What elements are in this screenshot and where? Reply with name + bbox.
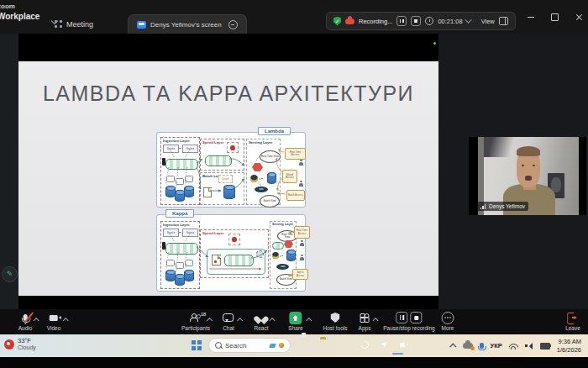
pause-stop-recording-button[interactable]: Pause/stop recording <box>383 312 434 331</box>
pause-recording-button[interactable] <box>396 16 407 26</box>
kafka-cylinder <box>165 159 198 170</box>
oval-db-icon <box>276 264 289 270</box>
host-tools-shield-icon <box>331 313 340 323</box>
battery-icon[interactable] <box>540 343 550 350</box>
more-icon <box>442 312 454 324</box>
database-icon <box>267 172 276 184</box>
participant-name-tag: Denys Yefimov <box>477 202 528 211</box>
react-button[interactable]: React <box>255 312 269 331</box>
queue-icon <box>176 262 184 269</box>
user-icon <box>299 160 303 166</box>
circle-db-icon <box>250 175 258 182</box>
taskbar-search[interactable]: Search <box>208 338 291 353</box>
share-button[interactable]: Share <box>288 312 302 331</box>
apps-button[interactable]: Apps <box>359 312 371 331</box>
camera-icon <box>50 315 58 321</box>
source-node: Source <box>163 229 179 237</box>
maximize-button[interactable] <box>551 13 559 21</box>
participant-name: Denys Yefimov <box>489 203 525 209</box>
clock-icon <box>425 17 433 25</box>
user-icon <box>300 255 304 260</box>
tray-mic-icon[interactable] <box>480 343 484 349</box>
weather-widget[interactable]: 33°F Cloudy <box>4 337 36 352</box>
chat-icon <box>223 313 234 322</box>
person-face <box>517 148 541 187</box>
speaker-icon[interactable] <box>525 343 533 350</box>
host-tools-button[interactable]: Host tools <box>323 312 348 331</box>
view-icon[interactable] <box>499 17 508 25</box>
queue-icon <box>185 260 193 266</box>
tray-chevron-icon[interactable] <box>449 343 456 350</box>
leave-icon <box>568 313 579 323</box>
audio-button[interactable]: Audio <box>18 312 33 331</box>
lambda-speed-layer: Speed Layer <box>200 139 244 171</box>
database-icon <box>223 185 235 199</box>
database-icon <box>184 270 194 281</box>
stop-recording-button[interactable] <box>411 16 421 26</box>
participants-chevron-icon[interactable] <box>207 318 213 323</box>
pause-icon[interactable] <box>396 312 408 323</box>
flink-icon <box>228 234 240 245</box>
lambda-serving-layer: Serving Layer Real Time View Batch View <box>246 139 281 205</box>
video-button[interactable]: Video <box>47 312 61 331</box>
apps-icon <box>360 313 369 323</box>
stop-view-icon[interactable] <box>228 20 238 29</box>
minimize-button[interactable] <box>528 17 534 18</box>
kappa-ingestion-layer: Ingestion Layer Source Source <box>160 221 200 289</box>
annotation-sidebar: ✎ <box>0 34 18 309</box>
meeting-icon <box>55 20 62 28</box>
apps-chevron-icon[interactable] <box>373 318 379 323</box>
lambda-batch-layer: Batch Layer Spark <box>200 172 244 205</box>
stop-icon[interactable] <box>411 312 423 323</box>
user-icon <box>300 240 304 246</box>
search-highlight-icon <box>279 343 284 348</box>
kafka-cylinder <box>205 155 232 166</box>
realtime-access-box: Real Time Access <box>294 226 310 239</box>
view-label[interactable]: View <box>481 18 495 25</box>
source-node: Source <box>182 229 198 237</box>
slide-title: LAMBDA ТА KAPPA АРХІТЕКТУРИ <box>18 81 438 106</box>
queue-icon <box>166 260 175 266</box>
database-icon <box>184 186 194 197</box>
file-icon <box>212 255 221 265</box>
zoom-workplace-logo: zoom Workplace <box>0 3 39 21</box>
kappa-speed-layer: Speed Layer <box>200 229 269 278</box>
lambda-architecture-diagram: Lambda Ingestion Layer Source Source <box>156 132 306 208</box>
tab-meeting[interactable]: Meeting <box>46 14 102 34</box>
video-chevron-icon[interactable] <box>63 318 69 323</box>
windows-start-button[interactable] <box>192 340 202 350</box>
taskbar-clock[interactable]: 9:36 AM 1/6/2026 <box>557 338 581 355</box>
participants-button[interactable]: 18 Participants <box>181 312 210 331</box>
meeting-timer: 00:21:08 <box>438 18 462 25</box>
wifi-icon[interactable] <box>509 343 518 350</box>
tab-shared-screen[interactable]: Denys Yefimov's screen <box>128 14 247 34</box>
security-shield-icon[interactable]: ✓ <box>333 17 341 26</box>
timer-chevron-icon[interactable] <box>465 16 471 23</box>
circle-db-icon <box>272 252 279 259</box>
chat-chevron-icon[interactable] <box>237 318 243 323</box>
signal-bars-icon <box>480 204 486 209</box>
gear-icon <box>256 250 264 258</box>
batch-access-box: Batch Access <box>286 190 305 201</box>
keyboard-language[interactable]: УКР <box>491 342 502 350</box>
windows-taskbar: 33°F Cloudy Search УКР 9:36 AM <box>0 334 588 357</box>
title-bar: zoom Workplace Meeting Denys Yefimov's s… <box>0 0 588 34</box>
audio-chevron-icon[interactable] <box>34 318 39 323</box>
user-icon <box>299 181 303 187</box>
react-chevron-icon[interactable] <box>270 318 276 323</box>
batch-view-node: Batch View <box>260 195 280 208</box>
kappa-architecture-diagram: Kappa Ingestion Layer Source Source <box>156 214 306 292</box>
leave-button[interactable]: Leave <box>565 312 580 331</box>
realtime-access-box: Real Time Access <box>285 148 306 160</box>
annotate-pencil-icon[interactable]: ✎ <box>2 266 18 282</box>
close-button[interactable] <box>575 13 583 21</box>
participant-video-tile[interactable]: Denys Yefimov <box>469 137 586 215</box>
hexagon-db-icon <box>252 163 263 171</box>
lambda-title: Lambda <box>258 127 291 135</box>
more-button[interactable]: More <box>442 312 454 331</box>
onedrive-cloud-icon[interactable] <box>463 343 473 349</box>
chat-button[interactable]: Chat <box>223 312 234 331</box>
kappa-title: Kappa <box>165 209 194 218</box>
share-chevron-icon[interactable] <box>306 318 312 323</box>
recording-icon <box>345 18 354 24</box>
